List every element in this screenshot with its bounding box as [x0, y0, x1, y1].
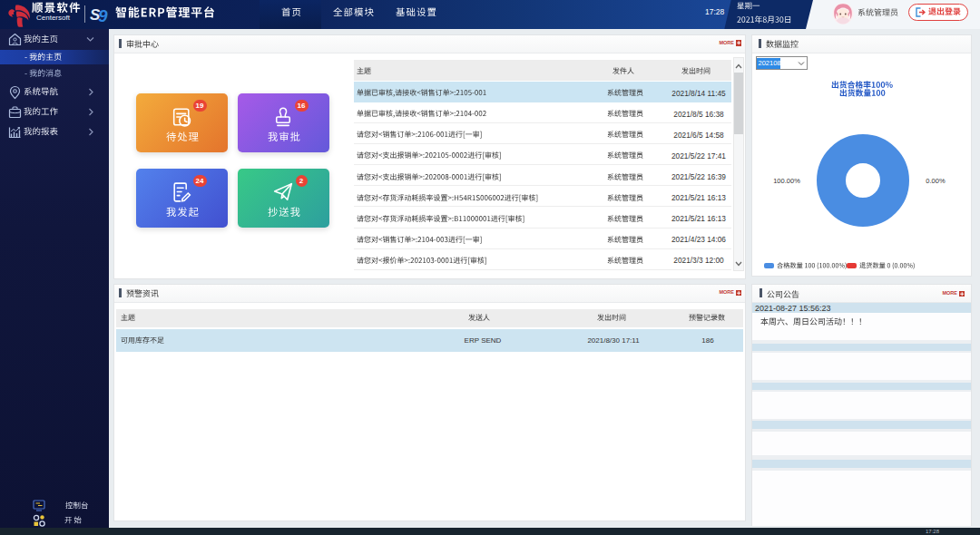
svg-text:9: 9 — [98, 6, 108, 25]
